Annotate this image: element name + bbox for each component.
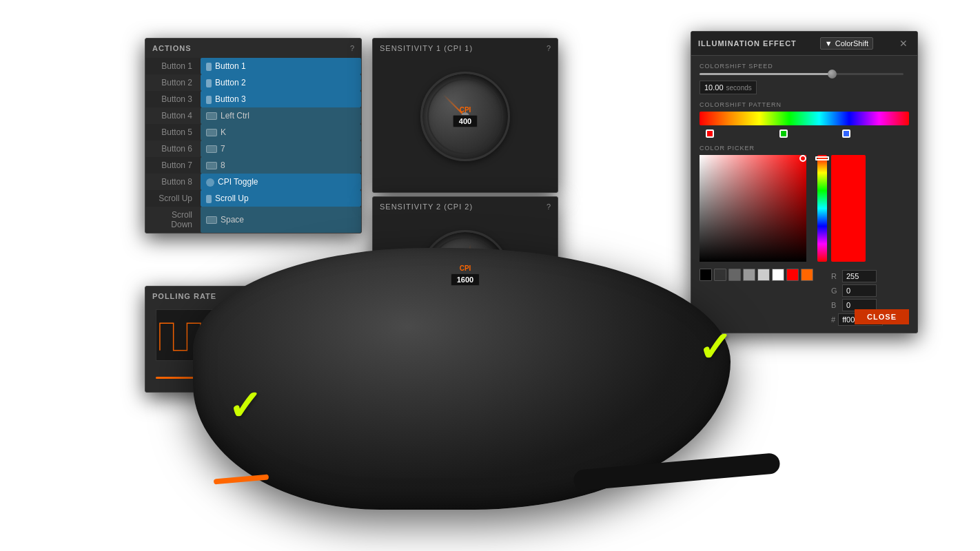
r-input[interactable]: 255	[842, 270, 877, 282]
r-label: R	[831, 272, 839, 280]
color-picker-middle	[817, 155, 827, 326]
action-button-label: Scroll Down	[145, 207, 201, 233]
cs-handle-red[interactable]	[706, 129, 714, 138]
cpi1-value: 400	[453, 115, 478, 127]
gradient-cursor	[799, 155, 806, 162]
action-row[interactable]: Button 3Button 3	[145, 91, 361, 107]
g-row: G 0	[831, 284, 883, 297]
action-button-label: Button 2	[145, 74, 201, 91]
checkmark-right: ✓	[697, 327, 732, 368]
action-button-label: Button 4	[145, 107, 201, 124]
pattern-section-label: COLORSHIFT PATTERN	[700, 101, 909, 108]
r-row: R 255	[831, 270, 883, 282]
sensitivity1-help-icon[interactable]: ?	[547, 44, 551, 52]
hash-label: #	[831, 315, 835, 324]
sensitivity2-help-icon[interactable]: ?	[547, 202, 551, 211]
cpi2-label: CPI	[460, 264, 471, 272]
speed-unit: seconds	[726, 84, 752, 92]
cs-handles	[700, 129, 909, 139]
color-swatch[interactable]	[728, 269, 741, 281]
color-swatch[interactable]	[714, 269, 726, 281]
sensitivity2-header: SENSITIVITY 2 (CPI 2) ?	[373, 197, 558, 216]
sensitivity1-dial[interactable]: CPI 400	[420, 72, 510, 161]
action-value-cell[interactable]: K	[201, 124, 361, 141]
action-row[interactable]: Scroll DownSpace	[145, 207, 361, 233]
action-button-label: Button 3	[145, 91, 201, 107]
action-value-cell[interactable]: Space	[201, 207, 361, 233]
sensitivity1-title: SENSITIVITY 1 (CPI 1)	[380, 44, 473, 52]
effect-dropdown[interactable]: ▼ ColorShift	[820, 37, 873, 50]
speed-slider[interactable]	[700, 73, 904, 75]
action-button-label: Button 5	[145, 124, 201, 141]
action-value-cell[interactable]: Button 2	[201, 74, 361, 91]
hue-slider[interactable]	[817, 155, 827, 262]
color-swatch[interactable]	[786, 269, 799, 281]
illumination-body: COLORSHIFT SPEED 10.00 seconds COLORSHIF…	[691, 56, 917, 333]
color-gradient-box[interactable]	[700, 155, 806, 262]
color-swatch[interactable]	[772, 269, 784, 281]
action-row[interactable]: Scroll UpScroll Up	[145, 190, 361, 207]
speed-value-box: 10.00 seconds	[700, 81, 757, 94]
speed-slider-thumb	[828, 70, 837, 79]
color-swatch[interactable]	[743, 269, 755, 281]
action-row[interactable]: Button 67	[145, 141, 361, 157]
sensitivity1-panel: SENSITIVITY 1 (CPI 1) ? CPI 400	[372, 38, 558, 193]
action-button-label: Button 8	[145, 174, 201, 190]
cs-handle-blue[interactable]	[842, 129, 850, 138]
action-button-label: Scroll Up	[145, 190, 201, 207]
sensitivity2-title: SENSITIVITY 2 (CPI 2)	[380, 202, 473, 211]
actions-panel-title: ACTIONS	[152, 44, 192, 52]
color-swatch[interactable]	[757, 269, 770, 281]
close-button[interactable]: CLOSE	[855, 309, 909, 324]
sensitivity1-dial-container: CPI 400	[373, 58, 558, 175]
checkmark-left: ✓	[227, 386, 262, 427]
action-row[interactable]: Button 1Button 1	[145, 58, 361, 74]
color-picker-label: COLOR PICKER	[700, 145, 909, 152]
color-swatch[interactable]	[700, 269, 712, 281]
cpi2-value: 1600	[451, 273, 480, 286]
actions-help-icon[interactable]: ?	[350, 44, 354, 52]
action-value-cell[interactable]: Scroll Up	[201, 190, 361, 207]
color-picker-area: R 255 G 0 B 0 # ff0000	[700, 155, 909, 326]
effect-name: ColorShift	[835, 39, 868, 48]
action-row[interactable]: Button 78	[145, 157, 361, 174]
action-row[interactable]: Button 2Button 2	[145, 74, 361, 91]
g-label: G	[831, 287, 839, 295]
speed-value: 10.00	[704, 83, 724, 92]
hue-thumb	[815, 156, 829, 160]
g-input[interactable]: 0	[842, 284, 877, 297]
illumination-title: ILLUMINATION EFFECT	[698, 39, 797, 48]
cs-handle-green[interactable]	[779, 129, 788, 138]
illumination-close-icon[interactable]: ✕	[897, 38, 910, 49]
illumination-panel: ILLUMINATION EFFECT ▼ ColorShift ✕ COLOR…	[691, 31, 918, 333]
illumination-header: ILLUMINATION EFFECT ▼ ColorShift ✕	[691, 32, 917, 56]
b-label: B	[831, 301, 839, 309]
action-button-label: Button 7	[145, 157, 201, 174]
cpi1-label: CPI	[460, 106, 471, 114]
polling-rate-title: POLLING RATE	[152, 292, 216, 300]
color-swatches	[700, 269, 813, 281]
speed-slider-row	[700, 73, 909, 75]
action-value-cell[interactable]: 7	[201, 141, 361, 157]
action-value-cell[interactable]: Left Ctrl	[201, 107, 361, 124]
action-button-label: Button 1	[145, 58, 201, 74]
actions-panel: ACTIONS ? Button 1Button 1Button 2Button…	[145, 38, 362, 233]
action-row[interactable]: Button 5K	[145, 124, 361, 141]
mouse-accent-strip	[214, 475, 269, 485]
action-value-cell[interactable]: 8	[201, 157, 361, 174]
action-value-cell[interactable]: CPI Toggle	[201, 174, 361, 190]
actions-panel-header: ACTIONS ?	[145, 39, 361, 58]
action-row[interactable]: Button 8CPI Toggle	[145, 174, 361, 190]
action-row[interactable]: Button 4Left Ctrl	[145, 107, 361, 124]
color-preview	[831, 155, 866, 262]
speed-slider-fill	[700, 73, 832, 75]
actions-table: Button 1Button 1Button 2Button 2Button 3…	[145, 58, 361, 233]
speed-section-label: COLORSHIFT SPEED	[700, 63, 909, 70]
color-picker-left	[700, 155, 813, 326]
color-swatch[interactable]	[801, 269, 813, 281]
action-value-cell[interactable]: Button 1	[201, 58, 361, 74]
sensitivity1-header: SENSITIVITY 1 (CPI 1) ?	[373, 39, 558, 58]
action-value-cell[interactable]: Button 3	[201, 91, 361, 107]
action-button-label: Button 6	[145, 141, 201, 157]
colorshift-bar[interactable]	[700, 112, 909, 125]
